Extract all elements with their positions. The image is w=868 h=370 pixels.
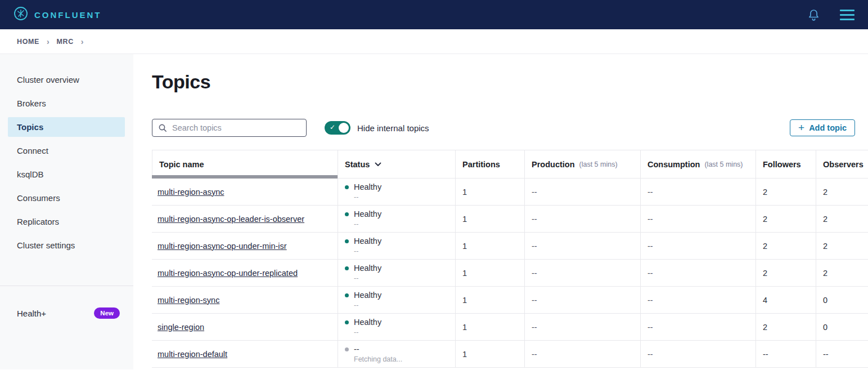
table-header-cell[interactable]: Observers [816, 150, 868, 178]
table-header-cell[interactable]: Production (last 5 mins) [524, 150, 640, 178]
observers-cell: 2 [816, 179, 868, 205]
hide-internal-topics-label: Hide internal topics [357, 123, 429, 133]
sidebar-nav: Cluster overview Brokers Topics Connect [0, 70, 133, 259]
topics-table: Topic name Status [152, 150, 868, 368]
observers-cell: 0 [816, 314, 868, 340]
sidebar-item[interactable]: Cluster overview [8, 70, 125, 90]
table-row: multi-region-sync Healthy -- 1 -- [152, 287, 868, 314]
consumption-cell: -- [640, 233, 755, 259]
consumption-cell: -- [640, 341, 755, 367]
topic-name-cell: single-region [152, 314, 338, 340]
column-label: Consumption [647, 160, 700, 169]
plus-icon: + [798, 122, 804, 133]
production-cell: -- [524, 341, 640, 367]
sidebar-item[interactable]: Cluster settings [8, 235, 125, 255]
status-dot-icon [345, 239, 349, 243]
topic-link[interactable]: multi-region-async-op-under-replicated [158, 269, 298, 278]
topic-link[interactable]: multi-region-default [158, 350, 227, 359]
column-label: Observers [823, 160, 863, 169]
table-row: multi-region-async-op-leader-is-observer… [152, 206, 868, 233]
search-icon [158, 123, 167, 132]
status-subtext: -- [345, 247, 358, 255]
topic-name-cell: multi-region-async [152, 179, 338, 205]
table-header-cell[interactable]: Consumption (last 5 mins) [640, 150, 755, 178]
hide-internal-topics-toggle[interactable]: ✓ [325, 121, 350, 135]
page-title: Topics [152, 70, 868, 93]
topic-link[interactable]: single-region [158, 323, 204, 332]
sidebar-item[interactable]: Replicators [8, 212, 125, 231]
column-sublabel: (last 5 mins) [704, 161, 743, 168]
topic-link[interactable]: multi-region-async-op-under-min-isr [158, 242, 287, 251]
table-header-row: Topic name Status [152, 150, 868, 179]
status-dot-icon [345, 266, 349, 270]
check-icon: ✓ [330, 123, 335, 131]
table-header-cell[interactable]: Followers [755, 150, 816, 178]
horizontal-scrollbar-thumb[interactable] [152, 175, 338, 179]
status-text: Healthy [354, 318, 381, 327]
partitions-cell: 1 [455, 314, 524, 340]
status-subtext: -- [345, 328, 358, 336]
breadcrumb-link[interactable]: MRC [57, 38, 74, 46]
table-row: single-region Healthy -- 1 -- [152, 314, 868, 341]
sidebar-item[interactable]: Brokers [8, 93, 125, 113]
followers-cell: 2 [755, 179, 816, 205]
status-cell: Healthy -- [338, 287, 455, 313]
topic-name-cell: multi-region-async-op-leader-is-observer [152, 206, 338, 232]
new-badge: New [94, 307, 120, 319]
breadcrumb-chevron-icon: › [81, 37, 84, 46]
topic-name-cell: multi-region-async-op-under-replicated [152, 260, 338, 286]
partitions-cell: 1 [455, 287, 524, 313]
status-cell: Healthy -- [338, 260, 455, 286]
production-cell: -- [524, 206, 640, 232]
toggle-knob [339, 123, 349, 133]
observers-cell: 0 [816, 287, 868, 313]
add-topic-button[interactable]: + Add topic [790, 119, 855, 136]
breadcrumb-chevron-icon: › [47, 37, 50, 46]
consumption-cell: -- [640, 287, 755, 313]
sidebar-item-label: Replicators [17, 217, 59, 226]
sidebar-item-label: Cluster settings [17, 240, 75, 250]
hide-internal-topics-group: ✓ Hide internal topics [325, 121, 429, 135]
status-subtext: -- [345, 274, 358, 282]
table-row: multi-region-async-op-under-min-isr Heal… [152, 233, 868, 260]
table-header-cell[interactable]: Topic name [152, 150, 338, 178]
status-cell: Healthy -- [338, 233, 455, 259]
breadcrumb-link[interactable]: HOME [17, 38, 39, 46]
partitions-cell: 1 [455, 233, 524, 259]
topic-link[interactable]: multi-region-sync [158, 296, 219, 305]
brand-name: CONFLUENT [34, 10, 102, 20]
table-header-cell[interactable]: Partitions [455, 150, 524, 178]
cluster-sidebar: Cluster overview Brokers Topics Connect [0, 54, 133, 369]
production-cell: -- [524, 287, 640, 313]
search-topics-input[interactable] [152, 119, 307, 137]
sidebar-item-label: Brokers [17, 99, 46, 108]
sidebar-item-label: Topics [17, 122, 43, 132]
sort-chevron-down-icon [375, 162, 381, 167]
notifications-bell-icon[interactable] [808, 8, 820, 21]
column-label: Partitions [462, 160, 500, 169]
status-cell: -- Fetching data... [338, 341, 455, 367]
sidebar-divider [0, 286, 133, 286]
production-cell: -- [524, 260, 640, 286]
consumption-cell: -- [640, 206, 755, 232]
status-dot-icon [345, 320, 349, 324]
topic-link[interactable]: multi-region-async [158, 188, 224, 197]
sidebar-item[interactable]: ksqlDB [8, 164, 125, 184]
partitions-cell: 1 [455, 206, 524, 232]
hamburger-menu-icon[interactable] [840, 8, 854, 21]
breadcrumb-bar: HOME › MRC › [0, 29, 868, 54]
add-topic-label: Add topic [809, 123, 847, 132]
sidebar-item[interactable]: Connect [8, 141, 125, 161]
column-sublabel: (last 5 mins) [579, 161, 618, 168]
followers-cell: 4 [755, 287, 816, 313]
status-cell: Healthy -- [338, 179, 455, 205]
consumption-cell: -- [640, 179, 755, 205]
topic-link[interactable]: multi-region-async-op-leader-is-observer [158, 215, 304, 224]
sidebar-item-health-plus[interactable]: Health+ New [0, 307, 133, 319]
confluent-logo[interactable]: CONFLUENT [14, 6, 102, 23]
column-label: Production [532, 160, 575, 169]
column-label: Topic name [159, 160, 204, 169]
table-header-cell[interactable]: Status [338, 150, 455, 178]
sidebar-item[interactable]: Consumers [8, 188, 125, 208]
sidebar-item[interactable]: Topics [8, 117, 125, 137]
